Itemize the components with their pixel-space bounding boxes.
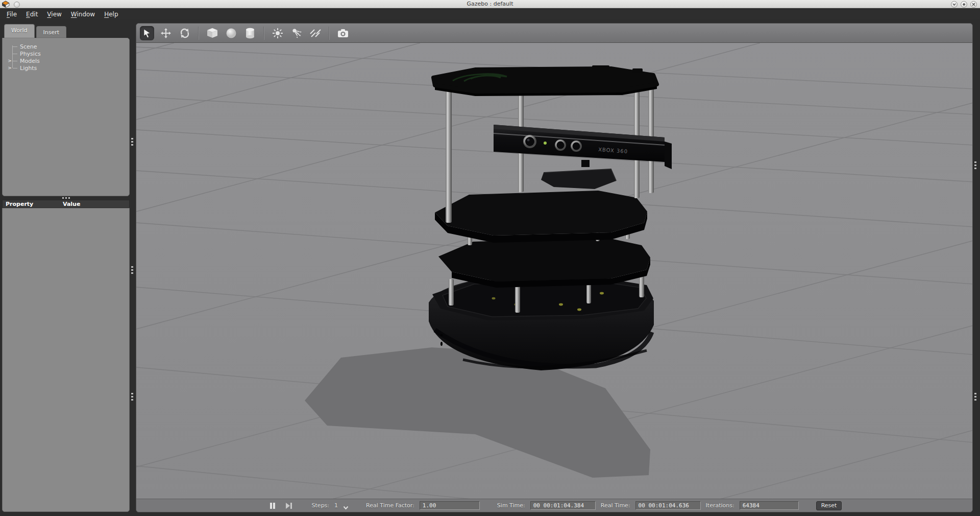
tool-point-light-button[interactable] xyxy=(271,26,285,40)
point-light-icon xyxy=(272,28,283,39)
steps-value[interactable]: 1 xyxy=(334,502,338,509)
menu-item-edit[interactable]: Edit xyxy=(21,10,42,19)
world-tree: Scene Physics > Models > Lights xyxy=(3,38,129,72)
tab-world[interactable]: World xyxy=(4,24,35,38)
tab-insert[interactable]: Insert xyxy=(36,26,67,38)
chevron-down-icon xyxy=(343,506,349,510)
rotate-icon xyxy=(179,28,190,39)
tool-rotate-button[interactable] xyxy=(178,26,192,40)
property-column-header[interactable]: Property xyxy=(3,201,63,207)
tree-item-models[interactable]: > Models xyxy=(3,57,129,64)
left-panel: World Insert Scene Physics > Models xyxy=(2,24,130,512)
pause-button[interactable] xyxy=(267,501,278,511)
menu-item-window[interactable]: Window xyxy=(66,10,100,19)
toolbar-separator xyxy=(263,27,264,40)
tree-item-scene[interactable]: Scene xyxy=(3,43,129,50)
cylinder-icon xyxy=(244,27,256,39)
menubar: File Edit View Window Help xyxy=(0,9,980,19)
right-splitter-handle[interactable] xyxy=(974,393,977,401)
rtf-label: Real Time Factor: xyxy=(366,502,414,509)
step-button[interactable] xyxy=(283,501,295,511)
tool-box-button[interactable] xyxy=(205,26,219,40)
shade-button[interactable] xyxy=(951,1,958,8)
real-time-label: Real Time: xyxy=(601,502,630,509)
camera-icon xyxy=(337,28,349,39)
maximize-icon xyxy=(962,2,966,7)
directional-light-icon xyxy=(309,28,322,39)
iterations-label: Iterations: xyxy=(706,502,734,509)
render-toolbar xyxy=(136,24,972,43)
tree-item-physics[interactable]: Physics xyxy=(3,50,129,57)
close-button[interactable] xyxy=(970,1,977,8)
toolbar-separator xyxy=(329,27,330,40)
value-column-header[interactable]: Value xyxy=(63,201,80,207)
tool-spot-light-button[interactable] xyxy=(289,26,304,40)
move-icon xyxy=(160,28,172,39)
vertical-splitter-handle[interactable] xyxy=(131,138,134,146)
viewport-3d[interactable]: XBOX 360 xyxy=(136,43,973,500)
vertical-splitter-handle[interactable] xyxy=(131,393,134,401)
reset-button[interactable]: Reset xyxy=(816,501,842,510)
sim-time-label: Sim Time: xyxy=(497,502,525,509)
viewport-panel: XBOX 360 xyxy=(136,23,973,512)
main-area: World Insert Scene Physics > Models xyxy=(0,19,980,516)
playback-bar: Steps: 1 Real Time Factor: 1.00 Sim Time… xyxy=(136,499,972,512)
kinect-led xyxy=(544,142,547,145)
rtf-value-field: 1.00 xyxy=(420,501,480,510)
tool-sphere-button[interactable] xyxy=(224,26,238,40)
menu-item-file[interactable]: File xyxy=(2,10,21,19)
sim-time-field: 00 00:01:04.384 xyxy=(530,501,596,510)
horizontal-splitter-handle[interactable] xyxy=(2,196,130,200)
window-title: Gazebo : default xyxy=(0,0,980,8)
tree-item-lights[interactable]: > Lights xyxy=(3,64,129,72)
menu-item-help[interactable]: Help xyxy=(100,10,122,19)
close-icon xyxy=(971,2,976,7)
property-pane xyxy=(2,208,130,512)
titlebar: Gazebo : default xyxy=(0,0,980,8)
expander-icon[interactable]: > xyxy=(7,65,13,71)
pause-icon xyxy=(269,502,276,509)
menu-item-view[interactable]: View xyxy=(42,10,66,19)
maximize-button[interactable] xyxy=(961,1,967,8)
step-forward-icon xyxy=(285,502,292,509)
cube-icon xyxy=(206,27,218,39)
tool-directional-light-button[interactable] xyxy=(308,26,323,40)
tool-select-button[interactable] xyxy=(140,26,154,40)
tool-cylinder-button[interactable] xyxy=(243,26,257,40)
top-plate xyxy=(433,65,657,96)
property-table-header: Property Value xyxy=(2,200,130,208)
spot-light-icon xyxy=(291,28,302,39)
toolbar-separator xyxy=(198,27,199,40)
steps-label: Steps: xyxy=(312,502,329,509)
iterations-field: 64384 xyxy=(740,501,799,510)
vertical-splitter-handle[interactable] xyxy=(131,266,134,274)
steps-spinner[interactable] xyxy=(343,502,349,512)
chevron-down-icon xyxy=(952,2,957,7)
world-tree-panel: Scene Physics > Models > Lights xyxy=(2,38,130,196)
cursor-arrow-icon xyxy=(142,28,152,38)
right-splitter-handle[interactable] xyxy=(974,161,977,169)
panel-tabs: World Insert xyxy=(4,24,68,38)
real-time-field: 00 00:01:04.636 xyxy=(635,501,701,510)
expander-icon[interactable]: > xyxy=(7,58,13,63)
tool-screenshot-button[interactable] xyxy=(336,26,350,40)
sphere-icon xyxy=(225,27,237,39)
tool-translate-button[interactable] xyxy=(159,26,173,40)
